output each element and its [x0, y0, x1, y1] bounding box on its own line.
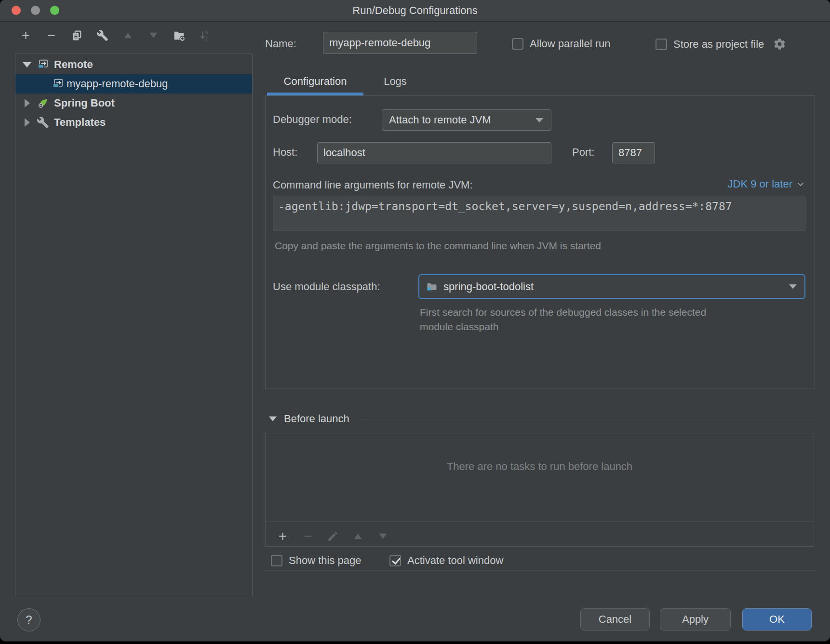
arrow-down-icon	[377, 530, 389, 542]
remote-config-icon	[37, 58, 49, 71]
move-up-button[interactable]	[121, 29, 134, 41]
configurations-tree: Remote myapp-remote-debug Spring Boot Te…	[15, 54, 253, 597]
cancel-button[interactable]: Cancel	[580, 608, 650, 631]
chevron-down-icon	[796, 180, 805, 188]
plus-icon	[20, 29, 32, 41]
plus-icon	[277, 530, 289, 542]
chevron-down-icon	[535, 118, 543, 122]
before-launch-tasks-panel: There are no tasks to run before launch	[265, 433, 814, 547]
tasks-empty-message: There are no tasks to run before launch	[266, 460, 814, 473]
title-bar: Run/Debug Configurations	[0, 0, 830, 22]
remove-configuration-button[interactable]	[45, 29, 57, 41]
activate-tool-window-checkbox[interactable]	[389, 555, 401, 566]
expander-icon[interactable]	[22, 62, 32, 67]
show-this-page-label: Show this page	[289, 554, 361, 567]
remote-config-icon	[52, 78, 64, 90]
expander-icon[interactable]	[22, 118, 32, 127]
apply-button[interactable]: Apply	[660, 608, 731, 631]
tasks-toolbar	[276, 530, 389, 542]
module-classpath-select[interactable]: spring-boot-todolist	[418, 274, 805, 299]
before-launch-section-header[interactable]: Before launch	[269, 413, 812, 425]
run-debug-configurations-dialog: Run/Debug Configurations az	[0, 0, 830, 641]
debugger-mode-value: Attach to remote JVM	[389, 114, 491, 126]
arrow-up-icon	[352, 530, 364, 542]
minus-icon	[302, 530, 314, 542]
add-configuration-button[interactable]	[19, 29, 32, 41]
expander-icon[interactable]	[22, 99, 32, 107]
configuration-tabs: Configuration Logs	[267, 70, 415, 93]
jdk-version-selector[interactable]: JDK 9 or later	[728, 178, 805, 190]
store-as-project-file-option: Store as project file	[656, 38, 786, 51]
tab-logs[interactable]: Logs	[375, 70, 415, 93]
move-task-down-button[interactable]	[376, 530, 389, 542]
module-classpath-hint: First search for sources of the debugged…	[420, 305, 706, 320]
host-input[interactable]	[317, 142, 551, 163]
name-label: Name:	[265, 38, 296, 50]
minus-icon	[45, 29, 57, 41]
host-label: Host:	[273, 146, 297, 159]
port-label: Port:	[572, 146, 594, 159]
command-line-arguments-field[interactable]: -agentlib:jdwp=transport=dt_socket,serve…	[273, 196, 805, 230]
before-launch-title: Before launch	[284, 413, 349, 425]
copy-configuration-button[interactable]	[70, 29, 83, 41]
create-folder-button[interactable]	[173, 29, 185, 41]
allow-parallel-run-label: Allow parallel run	[530, 38, 611, 50]
remove-task-button[interactable]	[301, 530, 314, 542]
svg-text:z: z	[205, 36, 207, 41]
footer-divider	[265, 570, 815, 571]
command-line-label: Command line arguments for remote JVM:	[273, 179, 473, 191]
tree-item-spring-boot[interactable]: Spring Boot	[15, 94, 252, 113]
store-settings-gear-button[interactable]	[773, 38, 786, 51]
show-this-page-option: Show this page	[271, 554, 361, 567]
edit-templates-button[interactable]	[96, 29, 108, 41]
gear-icon	[773, 38, 786, 51]
module-classpath-label: Use module classpath:	[273, 281, 380, 293]
edit-task-button[interactable]	[326, 530, 339, 542]
spring-boot-icon	[37, 97, 49, 109]
tree-item-templates[interactable]: Templates	[15, 113, 252, 132]
help-button[interactable]: ?	[17, 608, 40, 631]
module-classpath-value: spring-boot-todolist	[443, 281, 534, 293]
debugger-mode-label: Debugger mode:	[273, 113, 352, 126]
port-input[interactable]	[612, 142, 655, 163]
pencil-icon	[327, 530, 339, 542]
store-as-project-file-label: Store as project file	[673, 38, 764, 51]
name-input[interactable]	[323, 32, 477, 54]
allow-parallel-run-checkbox[interactable]	[512, 38, 523, 50]
store-as-project-file-checkbox[interactable]	[656, 39, 667, 50]
chevron-down-icon	[789, 284, 797, 289]
ok-button[interactable]: OK	[742, 608, 812, 631]
jdk-version-value: JDK 9 or later	[728, 178, 793, 190]
configuration-form-panel: Debugger mode: Attach to remote JVM Host…	[265, 95, 815, 389]
command-line-hint: Copy and paste the arguments to the comm…	[275, 240, 601, 252]
tasks-toolbar-divider	[266, 522, 814, 522]
debugger-mode-select[interactable]: Attach to remote JVM	[382, 109, 551, 131]
add-task-button[interactable]	[276, 530, 289, 542]
new-folder-icon	[173, 29, 185, 41]
arrow-down-icon	[147, 29, 160, 41]
wrench-icon	[37, 116, 49, 129]
svg-text:a: a	[205, 30, 208, 35]
sort-configurations-button[interactable]: az	[198, 29, 211, 41]
wrench-icon	[96, 29, 108, 41]
module-classpath-hint: module classpath	[420, 320, 498, 334]
section-divider	[360, 419, 812, 419]
move-down-button[interactable]	[147, 29, 160, 41]
module-icon	[426, 281, 438, 293]
tree-item-remote[interactable]: Remote	[15, 55, 252, 74]
tree-item-myapp-remote-debug[interactable]: myapp-remote-debug	[15, 74, 252, 94]
activate-tool-window-option: Activate tool window	[389, 554, 503, 567]
chevron-down-icon	[269, 416, 277, 421]
move-task-up-button[interactable]	[351, 530, 364, 542]
allow-parallel-run-option: Allow parallel run	[512, 38, 611, 50]
tab-configuration[interactable]: Configuration	[267, 70, 363, 93]
activate-tool-window-label: Activate tool window	[407, 554, 503, 567]
sort-az-icon: az	[199, 29, 211, 41]
configurations-toolbar: az	[19, 29, 211, 41]
copy-icon	[71, 29, 83, 41]
window-title: Run/Debug Configurations	[0, 0, 830, 21]
show-this-page-checkbox[interactable]	[271, 555, 282, 566]
arrow-up-icon	[122, 29, 134, 41]
